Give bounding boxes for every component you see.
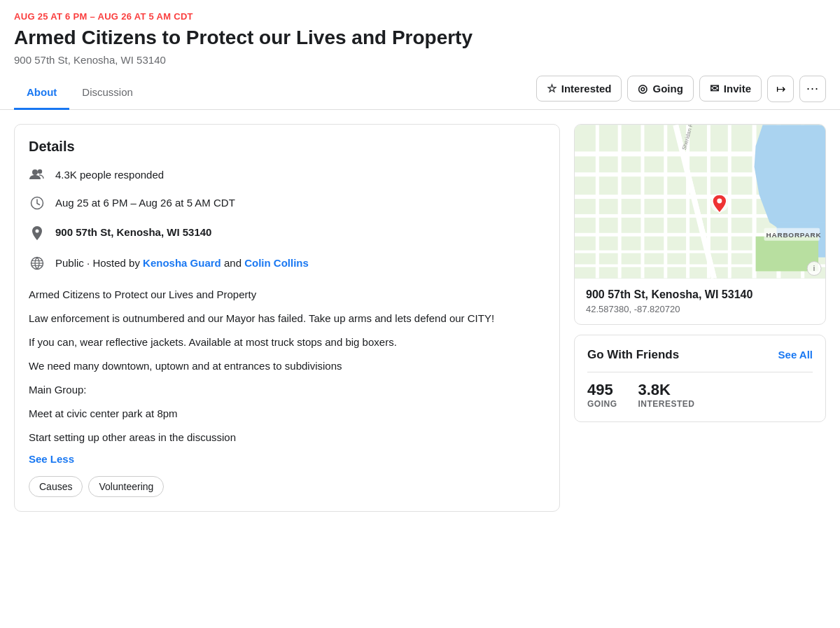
tab-discussion[interactable]: Discussion [69,76,146,110]
going-count: 495 [587,381,613,399]
tab-about[interactable]: About [14,76,69,110]
host2-link[interactable]: Colin Collins [244,257,309,269]
star-icon: ☆ [547,82,556,95]
address-row: 900 57th St, Kenosha, WI 53140 [29,225,545,244]
svg-point-1 [38,169,42,173]
desc-line7: Start setting up other areas in the disc… [29,429,545,446]
svg-rect-13 [596,125,599,278]
see-less-button[interactable]: See Less [29,453,545,465]
svg-rect-16 [664,125,667,278]
host1-link[interactable]: Kenosha Guard [143,257,221,269]
tags-row: Causes Volunteering [29,476,545,497]
invite-label: Invite [724,83,751,95]
tag-causes[interactable]: Causes [29,476,83,497]
desc-line6: Meet at civic center park at 8pm [29,405,545,422]
going-stat: 495 GOING [587,381,617,409]
desc-line1: Armed Citizens to Protect our Lives and … [29,286,545,303]
page-container: AUG 25 AT 6 PM – AUG 26 AT 5 AM CDT Arme… [0,0,840,526]
globe-icon [29,256,46,274]
left-column: Details 4.3K people responded [14,124,560,512]
more-options-button[interactable]: ··· [799,76,826,102]
map-coords: 42.587380, -87.820720 [586,304,814,314]
map-card: HARBORPARK Sheridan Road i [574,124,826,325]
svg-text:i: i [813,264,815,272]
event-time-text: Aug 25 at 6 PM – Aug 26 at 5 AM CDT [55,195,235,210]
invite-button[interactable]: ✉ Invite [699,76,762,102]
event-location-header: 900 57th St, Kenosha, WI 53140 [14,54,826,66]
event-description: Armed Citizens to Protect our Lives and … [29,286,545,446]
see-all-link[interactable]: See All [778,349,813,361]
stats-divider [587,372,813,372]
main-content: Details 4.3K people responded [0,110,840,526]
friends-card-header: Go With Friends See All [587,348,813,362]
people-responded-text: 4.3K people responded [55,167,164,182]
clock-icon [29,196,46,214]
map-image[interactable]: HARBORPARK Sheridan Road i [575,125,825,279]
host-text: Public · Hosted by Kenosha Guard and Col… [55,256,309,270]
event-header: AUG 25 AT 6 PM – AUG 26 AT 5 AM CDT Arme… [0,0,840,110]
svg-rect-15 [640,125,644,278]
svg-point-0 [32,169,38,175]
location-pin-icon [29,225,46,244]
going-label: Going [652,83,682,95]
svg-point-3 [36,229,39,232]
going-button[interactable]: ◎ Going [627,76,693,102]
nav-tabs: About Discussion [14,76,146,109]
action-buttons: ☆ Interested ◎ Going ✉ Invite ↦ ··· [536,76,826,109]
event-time-row: Aug 25 at 6 PM – Aug 26 at 5 AM CDT [29,195,545,214]
interested-button[interactable]: ☆ Interested [536,76,622,102]
host-row: Public · Hosted by Kenosha Guard and Col… [29,256,545,274]
desc-line3: If you can, wear reflective jackets. Ava… [29,334,545,351]
address-text: 900 57th St, Kenosha, WI 53140 [55,225,211,239]
svg-rect-14 [618,125,622,278]
event-title: Armed Citizens to Protect our Lives and … [14,26,826,50]
share-button[interactable]: ↦ [767,76,794,102]
share-icon: ↦ [776,82,785,95]
checkmark-circle-icon: ◎ [638,82,648,95]
envelope-icon: ✉ [710,82,719,95]
map-location-info: 900 57th St, Kenosha, WI 53140 42.587380… [575,279,825,324]
map-address: 900 57th St, Kenosha, WI 53140 [586,288,814,301]
details-title: Details [29,139,545,155]
right-column: HARBORPARK Sheridan Road i [574,124,826,422]
svg-point-31 [717,198,722,203]
nav-action-row: About Discussion ☆ Interested ◎ Going ✉ … [14,76,826,109]
stats-row: 495 GOING 3.8K INTERESTED [587,381,813,409]
details-card: Details 4.3K people responded [14,124,560,512]
interested-count: 3.8K [638,381,671,399]
desc-line5: Main Group: [29,382,545,398]
event-date-range: AUG 25 AT 6 PM – AUG 26 AT 5 AM CDT [14,11,826,22]
going-stat-label: GOING [587,399,617,409]
interested-stat-label: INTERESTED [638,399,695,409]
friends-card: Go With Friends See All 495 GOING 3.8K I… [574,335,826,422]
desc-line4: We need many downtown, uptown and at ent… [29,358,545,375]
people-responded-row: 4.3K people responded [29,167,545,184]
interested-label: Interested [561,83,612,95]
desc-line2: Law enforcement is outnumbered and our M… [29,310,545,327]
interested-stat: 3.8K INTERESTED [638,381,695,409]
svg-text:HARBORPARK: HARBORPARK [766,230,821,238]
friends-title: Go With Friends [587,348,679,362]
ellipsis-icon: ··· [806,81,819,96]
people-icon [29,168,46,184]
tag-volunteering[interactable]: Volunteering [88,476,164,497]
map-svg: HARBORPARK Sheridan Road i [575,125,825,279]
